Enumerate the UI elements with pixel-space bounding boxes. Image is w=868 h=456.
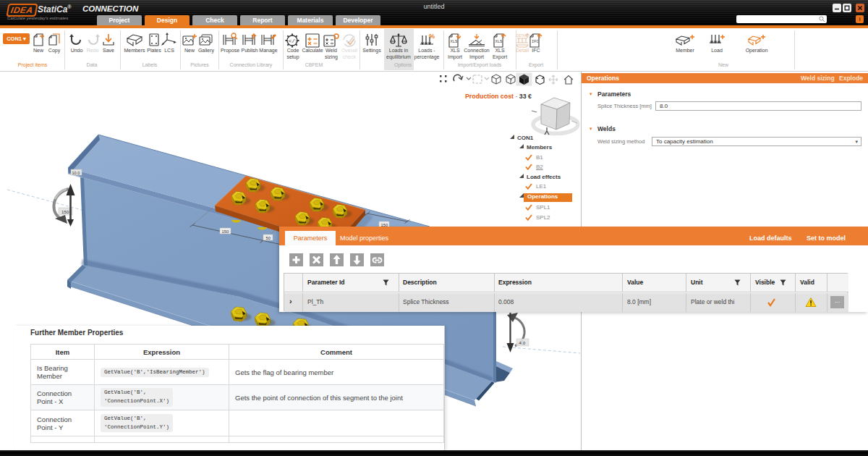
svg-text:4.0: 4.0 <box>519 340 526 345</box>
svg-text:150: 150 <box>61 209 69 214</box>
svg-text:XLS: XLS <box>495 39 503 44</box>
svg-text:150: 150 <box>222 229 229 234</box>
svg-text:Production cost - 33 €: Production cost - 33 € <box>465 93 532 100</box>
svg-text:</>: </> <box>289 38 299 44</box>
svg-text:XLS: XLS <box>451 39 459 44</box>
svg-text:10.0: 10.0 <box>72 171 80 175</box>
svg-text:IFC: IFC <box>532 39 540 44</box>
svg-text:%: % <box>429 33 435 40</box>
svg-text:50: 50 <box>266 236 271 240</box>
